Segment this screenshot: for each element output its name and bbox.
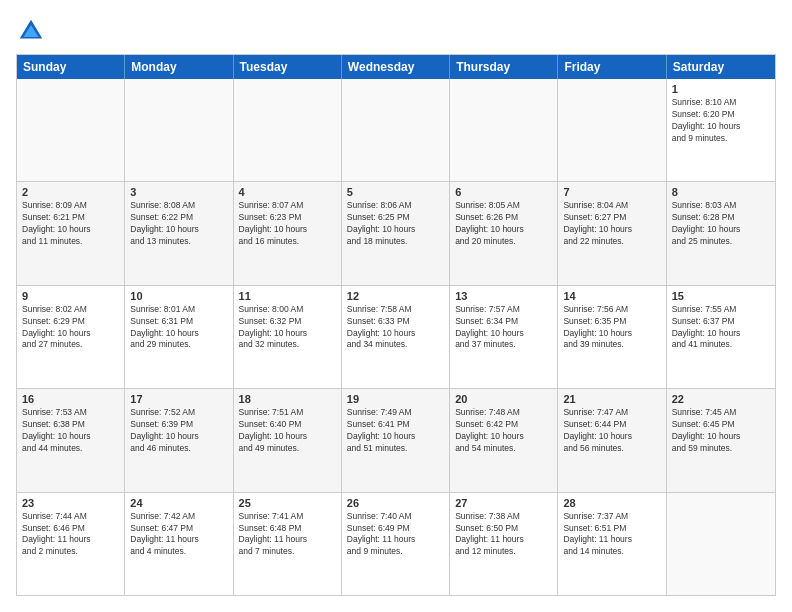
day-number: 6 <box>455 186 552 198</box>
calendar-row-4: 23Sunrise: 7:44 AM Sunset: 6:46 PM Dayli… <box>17 492 775 595</box>
day-cell-10: 10Sunrise: 8:01 AM Sunset: 6:31 PM Dayli… <box>125 286 233 388</box>
day-cell-21: 21Sunrise: 7:47 AM Sunset: 6:44 PM Dayli… <box>558 389 666 491</box>
day-number: 13 <box>455 290 552 302</box>
day-number: 22 <box>672 393 770 405</box>
day-number: 11 <box>239 290 336 302</box>
empty-cell <box>17 79 125 181</box>
day-number: 23 <box>22 497 119 509</box>
day-info: Sunrise: 7:37 AM Sunset: 6:51 PM Dayligh… <box>563 511 660 559</box>
header <box>16 16 776 46</box>
day-info: Sunrise: 7:53 AM Sunset: 6:38 PM Dayligh… <box>22 407 119 455</box>
day-cell-5: 5Sunrise: 8:06 AM Sunset: 6:25 PM Daylig… <box>342 182 450 284</box>
day-info: Sunrise: 7:56 AM Sunset: 6:35 PM Dayligh… <box>563 304 660 352</box>
day-cell-25: 25Sunrise: 7:41 AM Sunset: 6:48 PM Dayli… <box>234 493 342 595</box>
day-number: 28 <box>563 497 660 509</box>
day-cell-14: 14Sunrise: 7:56 AM Sunset: 6:35 PM Dayli… <box>558 286 666 388</box>
calendar-body: 1Sunrise: 8:10 AM Sunset: 6:20 PM Daylig… <box>17 79 775 595</box>
day-number: 12 <box>347 290 444 302</box>
day-number: 25 <box>239 497 336 509</box>
day-number: 15 <box>672 290 770 302</box>
day-number: 1 <box>672 83 770 95</box>
day-info: Sunrise: 7:51 AM Sunset: 6:40 PM Dayligh… <box>239 407 336 455</box>
day-cell-8: 8Sunrise: 8:03 AM Sunset: 6:28 PM Daylig… <box>667 182 775 284</box>
day-number: 8 <box>672 186 770 198</box>
day-number: 7 <box>563 186 660 198</box>
day-info: Sunrise: 7:44 AM Sunset: 6:46 PM Dayligh… <box>22 511 119 559</box>
day-number: 2 <box>22 186 119 198</box>
day-cell-7: 7Sunrise: 8:04 AM Sunset: 6:27 PM Daylig… <box>558 182 666 284</box>
calendar-row-1: 2Sunrise: 8:09 AM Sunset: 6:21 PM Daylig… <box>17 181 775 284</box>
day-cell-15: 15Sunrise: 7:55 AM Sunset: 6:37 PM Dayli… <box>667 286 775 388</box>
day-number: 14 <box>563 290 660 302</box>
day-info: Sunrise: 7:45 AM Sunset: 6:45 PM Dayligh… <box>672 407 770 455</box>
empty-cell <box>125 79 233 181</box>
day-number: 10 <box>130 290 227 302</box>
day-cell-9: 9Sunrise: 8:02 AM Sunset: 6:29 PM Daylig… <box>17 286 125 388</box>
day-number: 27 <box>455 497 552 509</box>
day-info: Sunrise: 8:03 AM Sunset: 6:28 PM Dayligh… <box>672 200 770 248</box>
day-info: Sunrise: 8:04 AM Sunset: 6:27 PM Dayligh… <box>563 200 660 248</box>
day-info: Sunrise: 7:58 AM Sunset: 6:33 PM Dayligh… <box>347 304 444 352</box>
day-info: Sunrise: 8:10 AM Sunset: 6:20 PM Dayligh… <box>672 97 770 145</box>
header-day-thursday: Thursday <box>450 55 558 79</box>
empty-cell <box>450 79 558 181</box>
day-info: Sunrise: 8:02 AM Sunset: 6:29 PM Dayligh… <box>22 304 119 352</box>
day-cell-19: 19Sunrise: 7:49 AM Sunset: 6:41 PM Dayli… <box>342 389 450 491</box>
day-cell-4: 4Sunrise: 8:07 AM Sunset: 6:23 PM Daylig… <box>234 182 342 284</box>
day-info: Sunrise: 7:52 AM Sunset: 6:39 PM Dayligh… <box>130 407 227 455</box>
day-number: 9 <box>22 290 119 302</box>
header-day-wednesday: Wednesday <box>342 55 450 79</box>
day-cell-12: 12Sunrise: 7:58 AM Sunset: 6:33 PM Dayli… <box>342 286 450 388</box>
header-day-saturday: Saturday <box>667 55 775 79</box>
header-day-monday: Monday <box>125 55 233 79</box>
calendar-row-2: 9Sunrise: 8:02 AM Sunset: 6:29 PM Daylig… <box>17 285 775 388</box>
day-number: 20 <box>455 393 552 405</box>
day-cell-1: 1Sunrise: 8:10 AM Sunset: 6:20 PM Daylig… <box>667 79 775 181</box>
day-number: 16 <box>22 393 119 405</box>
header-day-tuesday: Tuesday <box>234 55 342 79</box>
day-cell-23: 23Sunrise: 7:44 AM Sunset: 6:46 PM Dayli… <box>17 493 125 595</box>
empty-cell <box>234 79 342 181</box>
day-info: Sunrise: 7:41 AM Sunset: 6:48 PM Dayligh… <box>239 511 336 559</box>
day-number: 3 <box>130 186 227 198</box>
day-info: Sunrise: 8:05 AM Sunset: 6:26 PM Dayligh… <box>455 200 552 248</box>
logo-icon <box>16 16 46 46</box>
day-info: Sunrise: 7:55 AM Sunset: 6:37 PM Dayligh… <box>672 304 770 352</box>
empty-cell <box>558 79 666 181</box>
day-info: Sunrise: 7:38 AM Sunset: 6:50 PM Dayligh… <box>455 511 552 559</box>
day-info: Sunrise: 8:00 AM Sunset: 6:32 PM Dayligh… <box>239 304 336 352</box>
day-number: 5 <box>347 186 444 198</box>
day-cell-24: 24Sunrise: 7:42 AM Sunset: 6:47 PM Dayli… <box>125 493 233 595</box>
day-info: Sunrise: 7:49 AM Sunset: 6:41 PM Dayligh… <box>347 407 444 455</box>
day-cell-11: 11Sunrise: 8:00 AM Sunset: 6:32 PM Dayli… <box>234 286 342 388</box>
day-number: 4 <box>239 186 336 198</box>
day-number: 21 <box>563 393 660 405</box>
day-cell-13: 13Sunrise: 7:57 AM Sunset: 6:34 PM Dayli… <box>450 286 558 388</box>
calendar: SundayMondayTuesdayWednesdayThursdayFrid… <box>16 54 776 596</box>
calendar-row-0: 1Sunrise: 8:10 AM Sunset: 6:20 PM Daylig… <box>17 79 775 181</box>
day-info: Sunrise: 8:08 AM Sunset: 6:22 PM Dayligh… <box>130 200 227 248</box>
day-info: Sunrise: 7:48 AM Sunset: 6:42 PM Dayligh… <box>455 407 552 455</box>
day-cell-16: 16Sunrise: 7:53 AM Sunset: 6:38 PM Dayli… <box>17 389 125 491</box>
empty-cell <box>667 493 775 595</box>
day-cell-20: 20Sunrise: 7:48 AM Sunset: 6:42 PM Dayli… <box>450 389 558 491</box>
header-day-friday: Friday <box>558 55 666 79</box>
day-cell-3: 3Sunrise: 8:08 AM Sunset: 6:22 PM Daylig… <box>125 182 233 284</box>
day-info: Sunrise: 8:01 AM Sunset: 6:31 PM Dayligh… <box>130 304 227 352</box>
day-number: 17 <box>130 393 227 405</box>
day-cell-6: 6Sunrise: 8:05 AM Sunset: 6:26 PM Daylig… <box>450 182 558 284</box>
day-number: 26 <box>347 497 444 509</box>
day-cell-27: 27Sunrise: 7:38 AM Sunset: 6:50 PM Dayli… <box>450 493 558 595</box>
calendar-header: SundayMondayTuesdayWednesdayThursdayFrid… <box>17 55 775 79</box>
day-cell-26: 26Sunrise: 7:40 AM Sunset: 6:49 PM Dayli… <box>342 493 450 595</box>
day-number: 18 <box>239 393 336 405</box>
day-info: Sunrise: 7:57 AM Sunset: 6:34 PM Dayligh… <box>455 304 552 352</box>
day-info: Sunrise: 7:47 AM Sunset: 6:44 PM Dayligh… <box>563 407 660 455</box>
day-info: Sunrise: 7:40 AM Sunset: 6:49 PM Dayligh… <box>347 511 444 559</box>
calendar-row-3: 16Sunrise: 7:53 AM Sunset: 6:38 PM Dayli… <box>17 388 775 491</box>
day-cell-18: 18Sunrise: 7:51 AM Sunset: 6:40 PM Dayli… <box>234 389 342 491</box>
day-info: Sunrise: 8:06 AM Sunset: 6:25 PM Dayligh… <box>347 200 444 248</box>
day-cell-17: 17Sunrise: 7:52 AM Sunset: 6:39 PM Dayli… <box>125 389 233 491</box>
day-number: 24 <box>130 497 227 509</box>
day-cell-2: 2Sunrise: 8:09 AM Sunset: 6:21 PM Daylig… <box>17 182 125 284</box>
